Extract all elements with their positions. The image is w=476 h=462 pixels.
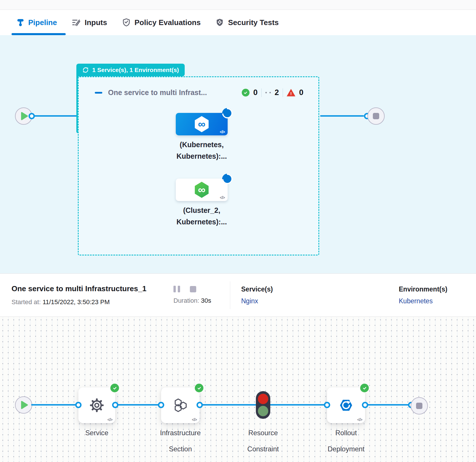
active-tab-underline [12,33,66,35]
code-icon: </> [357,417,362,422]
stop-icon [416,403,422,409]
matrix-node-label: (Cluster_2, Kubernetes):... [153,205,251,228]
play-icon [21,401,28,409]
pause-button[interactable] [173,286,180,292]
edge-stage-to-end [320,115,364,117]
stage-services-badge[interactable]: 1 Service(s), 1 Environment(s) [76,64,185,76]
execution-tabbar: Pipeline Inputs Policy Evaluations [0,10,476,35]
harness-hexagon-icon: ∞ [194,116,209,132]
edge [365,404,411,406]
tab-pipeline[interactable]: Pipeline [17,18,57,27]
step-rollout-deployment[interactable]: </> [327,387,365,423]
started-label: Started at: [12,298,41,306]
stop-icon [373,113,379,119]
edge-start-to-stage [31,115,78,117]
success-check-icon [195,384,203,392]
policy-check-icon [122,18,131,27]
failed-count: 0 [299,88,303,97]
edge-dot [324,402,330,408]
edge-dot [362,402,368,408]
duration-label: Duration: [173,297,199,304]
execution-graph-canvas: </> Service </> Infrastructure Section [0,317,476,462]
running-count-icon [265,92,271,93]
status-separator [283,88,283,97]
stage-badge-label: 1 Service(s), 1 Environment(s) [92,67,179,73]
stage-header: One service to multi Infrast... 0 2 ! 0 [95,88,303,97]
code-icon: </> [220,130,225,134]
step-label-service: Service [54,425,140,441]
edge [31,404,78,406]
step-resource-constraint[interactable] [256,391,270,419]
inputs-icon [72,18,81,26]
edge-dot [112,402,118,408]
edge [200,404,256,406]
play-icon [21,112,28,120]
edge [115,404,161,406]
code-icon: </> [220,195,225,200]
rollout-icon [339,398,354,412]
pipeline-icon [17,18,24,26]
edge-dot [75,402,82,408]
stage-group-container: One service to multi Infrast... 0 2 ! 0 [78,76,319,255]
traffic-red-light [258,394,268,404]
success-count-icon [242,89,250,96]
running-spinner-icon [220,106,235,121]
run-info-bar: One service to multi Infrastructures_1 S… [0,273,476,317]
step-label-infrastructure: Infrastructure Section [137,425,224,457]
services-block: Service(s) Nginx [241,285,273,305]
code-icon: </> [192,417,197,422]
service-link-nginx[interactable]: Nginx [241,297,273,305]
tab-security-tests[interactable]: Security Tests [216,18,279,27]
security-shield-icon [216,18,224,27]
pipeline-execution-page: Pipeline Inputs Policy Evaluations [0,0,476,462]
loop-icon [82,67,89,73]
stage-title: One service to multi Infrast... [108,88,207,97]
step-label-rollout-deployment: Rollout Deployment [303,425,389,457]
window-top-strip [0,0,476,10]
edge [270,404,327,406]
success-count: 0 [253,88,258,97]
step-label-resource-constraint: Resource Constraint [220,425,306,457]
stage-end-node[interactable] [367,107,385,125]
tab-label: Security Tests [228,18,279,27]
failed-count-icon: ! [287,89,295,96]
step-service[interactable]: </> [78,387,115,423]
code-icon: </> [107,417,112,422]
traffic-green-light [258,406,268,416]
environments-label: Environment(s) [399,285,464,293]
matrix-node-kubernetes[interactable]: ∞ </> [176,113,228,135]
collapse-stage-button[interactable] [95,92,102,94]
started-value: 11/15/2022, 3:50:23 PM [43,298,110,306]
tab-policy-evaluations[interactable]: Policy Evaluations [122,18,201,27]
matrix-node-label: (Kubernetes, Kubernetes):... [153,139,251,162]
run-title: One service to multi Infrastructures_1 [12,284,173,293]
matrix-node-cluster2[interactable]: ∞ </> [176,179,228,201]
run-controls: Duration: 30s [173,286,230,304]
stage-graph-canvas: 1 Service(s), 1 Environment(s) One servi… [0,35,476,273]
success-check-icon [110,384,119,392]
harness-hexagon-icon: ∞ [194,182,209,198]
run-duration: Duration: 30s [173,297,230,304]
success-check-icon [360,384,369,392]
tab-label: Inputs [85,18,107,27]
environment-link-kubernetes[interactable]: Kubernetes [399,297,464,305]
run-summary: One service to multi Infrastructures_1 S… [12,284,173,306]
info-divider [230,281,230,309]
running-spinner-icon [220,172,235,186]
edge-dot [197,402,203,408]
tab-label: Policy Evaluations [135,18,201,27]
execution-start-node[interactable] [15,396,32,414]
edge-dot [158,402,164,408]
environments-block: Environment(s) Kubernetes [399,285,464,305]
status-separator [261,88,262,97]
tab-label: Pipeline [28,18,57,27]
run-started-at: Started at: 11/15/2022, 3:50:23 PM [12,298,173,306]
execution-end-node[interactable] [411,397,428,414]
services-label: Service(s) [241,285,273,293]
abort-button[interactable] [190,286,196,292]
step-infrastructure-section[interactable]: </> [161,387,200,423]
tab-inputs[interactable]: Inputs [72,18,107,27]
running-count: 2 [275,88,279,97]
edge-dot [29,113,35,119]
duration-value: 30s [201,297,211,304]
